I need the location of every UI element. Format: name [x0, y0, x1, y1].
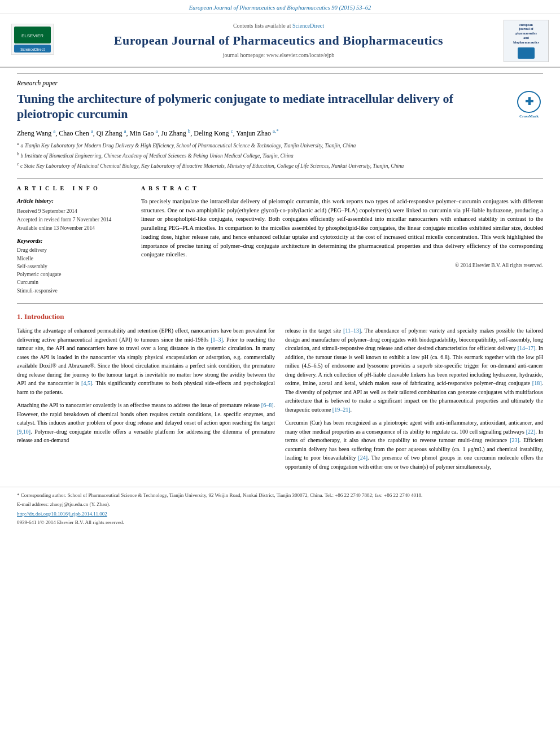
received-date: Received 9 September 2014: [17, 208, 130, 215]
homepage-text: journal homepage: www.elsevier.com/locat…: [223, 52, 335, 58]
intro-paragraph-3: release in the target site [11–13]. The …: [285, 326, 543, 414]
history-label: Article history:: [17, 197, 130, 206]
keyword-4: Polymeric conjugate: [17, 271, 130, 278]
affiliation-a: a a Tianjin Key Laboratory for Modern Dr…: [17, 141, 543, 150]
journal-reference: European Journal of Pharmaceutics and Bi…: [189, 5, 371, 11]
contents-text: Contents lists available at: [233, 23, 291, 29]
ref-11-13[interactable]: [11–13]: [343, 327, 361, 334]
crossmark-icon: ✚: [517, 91, 541, 113]
ref-18[interactable]: [18]: [532, 380, 542, 386]
page-footer: * Corresponding author. School of Pharma…: [0, 487, 560, 529]
header-center: Contents lists available at ScienceDirec…: [59, 22, 498, 59]
copyright-line: © 2014 Elsevier B.V. All rights reserved…: [141, 262, 543, 269]
ref-9-10[interactable]: [9,10]: [17, 429, 30, 435]
page-wrapper: European Journal of Pharmaceutics and Bi…: [0, 0, 560, 530]
ref-22[interactable]: [22]: [526, 429, 536, 435]
journal-title-main: European Journal of Pharmaceutics and Bi…: [59, 32, 498, 50]
authors-line: Zheng Wang a, Chao Chen a, Qi Zhang a, M…: [17, 128, 543, 138]
ref-6-8[interactable]: [6–8]: [261, 402, 274, 408]
intro-col-left: Taking the advantage of enhanced permeab…: [17, 326, 275, 475]
abstract-column: A B S T R A C T To precisely manipulate …: [141, 185, 543, 295]
article-body: Research paper Tuning the architecture o…: [0, 68, 560, 487]
intro-col-right: release in the target site [11–13]. The …: [285, 326, 543, 475]
keyword-6: Stimuli-responsive: [17, 287, 130, 295]
ref-4-5[interactable]: [4,5]: [81, 380, 92, 386]
article-type: Research paper: [17, 73, 543, 88]
journal-header: ELSEVIER ScienceDirect Contents lists av…: [0, 14, 560, 68]
sciencedirect-link: Contents lists available at ScienceDirec…: [59, 22, 498, 30]
email-label: E-mail address:: [17, 501, 49, 507]
abstract-text: To precisely manipulate the intracellula…: [141, 197, 543, 259]
article-info-column: A R T I C L E I N F O Article history: R…: [17, 185, 130, 295]
ref-14-17[interactable]: [14–17]: [518, 345, 536, 351]
abstract-paragraph: To precisely manipulate the intracellula…: [141, 197, 543, 259]
intro-paragraph-4: Curcumin (Cur) has been recognized as a …: [285, 418, 543, 471]
crossmark-badge[interactable]: ✚ CrossMark: [515, 91, 543, 119]
introduction-columns: Taking the advantage of enhanced permeab…: [17, 326, 543, 475]
ref-23[interactable]: [23]: [510, 437, 519, 443]
keyword-1: Drug delivery: [17, 247, 130, 254]
elsevier-logo: ELSEVIER ScienceDirect: [11, 24, 54, 57]
article-info-heading: A R T I C L E I N F O: [17, 185, 130, 193]
keyword-3: Self-assembly: [17, 263, 130, 270]
ref-19-21[interactable]: [19–21]: [333, 407, 351, 413]
abstract-heading: A B S T R A C T: [141, 185, 543, 193]
available-date: Available online 13 November 2014: [17, 225, 130, 232]
top-banner: European Journal of Pharmaceutics and Bi…: [0, 0, 560, 14]
accepted-date: Accepted in revised form 7 November 2014: [17, 216, 130, 224]
journal-homepage: journal homepage: www.elsevier.com/locat…: [59, 51, 498, 59]
email-address: zhaoyj@tju.edu.cn (Y. Zhao).: [50, 501, 110, 507]
intro-paragraph-2: Attaching the API to nanocarrier covalen…: [17, 401, 275, 445]
corresponding-author-note: * Corresponding author. School of Pharma…: [17, 492, 543, 499]
affiliation-b: b b Institute of Biomedical Engineering,…: [17, 151, 543, 160]
right-journal-logo: europeanjournal ofpharmaceuticsandbiopha…: [504, 20, 549, 62]
article-title-text: Tuning the architecture of polymeric con…: [17, 91, 453, 121]
keyword-2: Micelle: [17, 255, 130, 263]
article-title: Tuning the architecture of polymeric con…: [17, 91, 543, 122]
article-info-abstract-section: A R T I C L E I N F O Article history: R…: [17, 178, 543, 295]
introduction-title: 1. Introduction: [17, 312, 543, 322]
keywords-label: Keywords:: [17, 237, 130, 246]
svg-text:ScienceDirect: ScienceDirect: [20, 47, 45, 51]
ref-24[interactable]: [24]: [358, 455, 368, 461]
section-divider: [17, 303, 543, 304]
email-line: E-mail address: zhaoyj@tju.edu.cn (Y. Zh…: [17, 501, 543, 508]
ref-1-3[interactable]: [1–3]: [211, 337, 223, 343]
intro-paragraph-1: Taking the advantage of enhanced permeab…: [17, 326, 275, 396]
issn-line: 0939-641 l/© 2014 Elsevier B.V. All righ…: [17, 519, 543, 526]
doi-link[interactable]: http://dx.doi.org/10.1016/j.ejpb.2014.11…: [17, 511, 107, 517]
keyword-5: Curcumin: [17, 279, 130, 286]
sciencedirect-anchor[interactable]: ScienceDirect: [292, 23, 324, 29]
affiliation-c: c c State Key Laboratory of Medicinal Ch…: [17, 161, 543, 170]
footer-left: * Corresponding author. School of Pharma…: [17, 492, 543, 526]
svg-text:ELSEVIER: ELSEVIER: [21, 33, 43, 38]
